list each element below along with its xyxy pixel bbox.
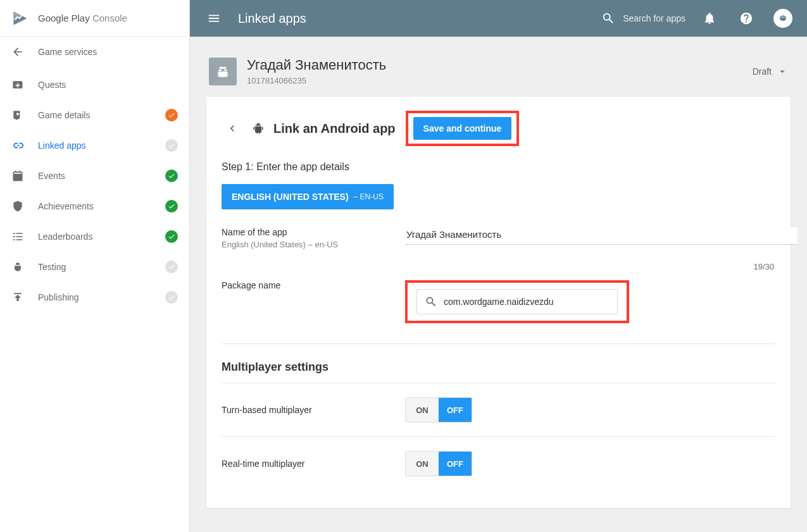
sidebar-back-label: Game services — [38, 47, 97, 57]
topbar-title: Linked apps — [238, 11, 306, 26]
app-title: Угадай Знаменитость — [247, 57, 386, 73]
package-highlight-box — [405, 280, 629, 323]
app-status-label: Draft — [753, 66, 772, 77]
sidebar-item-game-details[interactable]: Game details — [0, 100, 189, 130]
svg-point-4 — [782, 15, 784, 16]
app-name-label: Name of the app — [222, 227, 380, 237]
card-icon — [11, 109, 24, 121]
card-header: Link an Android app Save and continue — [222, 111, 775, 146]
status-badge-icon — [165, 170, 178, 182]
event-icon — [11, 170, 24, 182]
mp-turn-toggle: ON OFF — [405, 397, 472, 423]
mp-turn-label: Turn-based multiplayer — [222, 405, 380, 415]
language-chip-main: ENGLISH (UNITED STATES) — [232, 192, 349, 202]
package-name-field[interactable] — [416, 289, 618, 314]
language-chip-sub: – EN-US — [354, 192, 384, 201]
card-title: Link an Android app — [273, 121, 396, 136]
bug-icon — [11, 261, 24, 273]
sidebar-item-quests[interactable]: Quests — [0, 70, 189, 100]
sidebar-item-label: Quests — [38, 80, 66, 90]
language-chip[interactable]: ENGLISH (UNITED STATES) – EN-US — [222, 184, 394, 209]
sidebar-item-label: Achievements — [38, 201, 94, 211]
brand: Google Play Console — [0, 0, 189, 37]
sidebar-item-label: Game details — [38, 110, 90, 120]
play-console-logo-icon — [11, 9, 29, 27]
sidebar-item-label: Events — [38, 171, 65, 181]
brand-name: Google Play Console — [38, 13, 127, 23]
sidebar-nav: QuestsGame detailsLinked appsEventsAchie… — [0, 67, 189, 315]
status-badge-icon — [165, 200, 178, 213]
sidebar-item-events[interactable]: Events — [0, 161, 189, 191]
field-app-name: Name of the app English (United States) … — [222, 209, 775, 256]
app-header: Угадай Знаменитость 1017814066235 Draft — [206, 53, 791, 97]
sidebar-item-label: Publishing — [38, 292, 79, 302]
notifications-icon[interactable] — [697, 6, 722, 31]
mp-turn-row: Turn-based multiplayer ON OFF — [222, 383, 775, 436]
app-thumbnail — [209, 58, 237, 85]
sidebar: Google Play Console Game services Quests… — [0, 0, 190, 532]
mp-rt-off-button[interactable]: OFF — [439, 452, 472, 476]
mp-rt-row: Real-time multiplayer ON OFF — [222, 436, 775, 490]
package-name-input[interactable] — [444, 297, 611, 307]
sidebar-item-publishing[interactable]: Publishing — [0, 282, 189, 312]
sidebar-item-leaderboards[interactable]: Leaderboards — [0, 221, 189, 252]
save-continue-button[interactable]: Save and continue — [413, 117, 512, 140]
mp-rt-label: Real-time multiplayer — [222, 459, 380, 469]
save-highlight-box: Save and continue — [406, 111, 520, 146]
shield-icon — [11, 200, 24, 213]
app-id: 1017814066235 — [247, 76, 386, 85]
sidebar-item-label: Testing — [38, 262, 66, 272]
app-name-charcount: 19/30 — [222, 262, 775, 271]
content: Угадай Знаменитость 1017814066235 Draft — [190, 37, 807, 524]
mp-rt-toggle: ON OFF — [405, 451, 472, 476]
card: Link an Android app Save and continue St… — [206, 97, 791, 508]
search-icon — [425, 295, 437, 308]
field-package-name: Package name — [222, 271, 775, 330]
mp-turn-on-button[interactable]: ON — [406, 398, 439, 422]
step1-title: Step 1: Enter the app details — [222, 161, 775, 173]
card-back-button[interactable] — [222, 118, 243, 139]
help-icon[interactable] — [734, 6, 759, 31]
arrow-back-icon — [11, 46, 24, 58]
status-badge-icon — [165, 261, 178, 273]
mp-section-title: Multiplayer settings — [222, 361, 775, 374]
chevron-down-icon — [777, 66, 788, 77]
svg-point-6 — [260, 124, 260, 125]
main: Linked apps Search for apps — [190, 0, 807, 532]
topbar: Linked apps Search for apps — [190, 0, 807, 37]
mp-rt-on-button[interactable]: ON — [406, 452, 439, 476]
list-icon — [11, 230, 24, 243]
publish-icon — [11, 291, 24, 304]
app-name-input[interactable] — [405, 227, 798, 245]
status-badge-icon — [165, 230, 178, 243]
search-icon — [601, 11, 615, 25]
account-avatar[interactable] — [770, 6, 796, 31]
app-status-dropdown[interactable]: Draft — [753, 66, 788, 77]
mp-turn-off-button[interactable]: OFF — [439, 398, 472, 422]
menu-icon[interactable] — [201, 6, 227, 31]
sidebar-item-label: Leaderboards — [38, 232, 92, 242]
android-icon — [252, 121, 265, 135]
sidebar-item-testing[interactable]: Testing — [0, 252, 189, 282]
package-name-label: Package name — [222, 280, 380, 290]
status-badge-icon — [165, 139, 178, 152]
svg-point-5 — [256, 124, 257, 125]
status-badge-icon — [165, 291, 178, 304]
status-badge-icon — [165, 109, 178, 121]
link-icon — [11, 139, 24, 152]
search-placeholder: Search for apps — [623, 13, 685, 23]
sidebar-back[interactable]: Game services — [0, 37, 189, 67]
app-name-sublabel: English (United States) – en-US — [222, 240, 380, 249]
sidebar-item-label: Linked apps — [38, 140, 86, 151]
sidebar-item-linked-apps[interactable]: Linked apps — [0, 130, 189, 161]
topbar-search[interactable]: Search for apps — [601, 11, 685, 25]
add-icon — [11, 78, 24, 91]
sidebar-item-achievements[interactable]: Achievements — [0, 191, 189, 221]
